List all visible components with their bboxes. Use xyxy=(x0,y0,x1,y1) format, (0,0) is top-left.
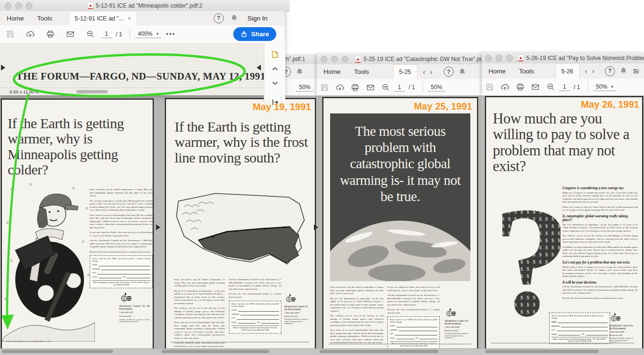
ad2-coupon: Please send me your FREE information pac… xyxy=(229,301,281,334)
ad2-scroll-thumb[interactable] xyxy=(162,350,269,353)
save-icon[interactable] xyxy=(5,30,15,39)
search-icon[interactable] xyxy=(546,82,555,92)
email-icon[interactable] xyxy=(530,82,540,92)
document-tab[interactable]: 5-12-91 ICE ad "... × xyxy=(69,11,137,26)
notifications-bell-icon[interactable] xyxy=(229,13,239,23)
ice-logo-funding: Funding provided by a group of electric … xyxy=(445,333,471,339)
window4-titlebar[interactable]: 5-26-19 ICE ad "Pay to Solve Nonexist Pr… xyxy=(482,52,644,64)
ad1-horizontal-scrollbar[interactable] xyxy=(0,348,159,355)
coupon-state-label: STATE xyxy=(92,276,97,279)
tab-home[interactable]: Home xyxy=(0,15,31,22)
window2-zoom-control[interactable]: 50% xyxy=(296,83,313,91)
help-icon[interactable]: ? xyxy=(605,66,615,76)
ad4-horizontal-scrollbar[interactable] xyxy=(482,348,644,355)
ad3-scroll-thumb[interactable] xyxy=(320,350,438,353)
zoom-traffic-light[interactable] xyxy=(342,56,348,62)
zoom-control[interactable]: 50% xyxy=(428,83,445,91)
document-tab[interactable]: 5-25 xyxy=(393,64,417,80)
open-panel-icon[interactable] xyxy=(270,97,280,107)
ad3-p1: Some forecasters say the Earth's tempera… xyxy=(330,286,384,295)
chevron-up-icon[interactable] xyxy=(270,64,280,73)
help-icon[interactable]: ? xyxy=(214,13,224,23)
document-tab[interactable]: 5-26 xyxy=(555,63,580,79)
tab-home[interactable]: Home xyxy=(317,68,347,75)
more-tools-icon[interactable]: ••• xyxy=(166,30,176,38)
search-icon[interactable] xyxy=(381,82,390,92)
ad4-ice-logo-block: Information Council for the Environment … xyxy=(609,313,636,344)
share-button[interactable]: Share xyxy=(233,27,276,41)
pdf-file-icon xyxy=(355,56,361,63)
nav-forward-icon[interactable]: › xyxy=(592,67,594,75)
coupon-mailto: Mail to: Information Council for the Env… xyxy=(231,325,279,332)
notifications-bell-icon[interactable] xyxy=(457,67,467,77)
tab-tools[interactable]: Tools xyxy=(31,15,59,22)
notifications-bell-icon[interactable] xyxy=(295,67,304,77)
window4-tabbar: Home Tools 5-26 ‹ › ? Si xyxy=(482,63,644,79)
help-icon[interactable]: ? xyxy=(444,67,454,77)
ad4-scroll-thumb[interactable] xyxy=(485,350,599,353)
notifications-bell-icon[interactable] xyxy=(619,66,628,76)
document-tab-label: 5-12-91 ICE ad "... xyxy=(75,15,124,22)
window4-toolbar: 1 / 1 50%▾ xyxy=(482,79,644,96)
minimize-traffic-light[interactable] xyxy=(496,55,502,61)
coupon-city-line xyxy=(97,272,150,274)
upload-cloud-icon[interactable] xyxy=(500,82,509,92)
ad3-p7: Because the best environmental policy is… xyxy=(387,308,440,314)
close-traffic-light[interactable] xyxy=(321,56,327,62)
ad4-coupon: Please send me your FREE information pac… xyxy=(549,313,610,344)
close-traffic-light[interactable] xyxy=(5,2,11,9)
minimize-traffic-light[interactable] xyxy=(331,56,338,62)
next-page-arrow[interactable] xyxy=(314,224,318,230)
next-page-arrow[interactable] xyxy=(257,65,261,71)
close-tab-icon[interactable]: × xyxy=(128,15,131,22)
print-icon[interactable] xyxy=(350,82,360,92)
upload-cloud-icon[interactable] xyxy=(335,82,344,92)
minimize-traffic-light[interactable] xyxy=(15,2,22,9)
ad2-horizontal-scrollbar[interactable] xyxy=(159,348,317,355)
sign-in-button[interactable]: Sign In xyxy=(248,15,268,22)
ad1-scroll-thumb[interactable] xyxy=(2,350,113,353)
email-icon[interactable] xyxy=(365,82,375,92)
nav-back-icon[interactable]: ‹ xyxy=(423,68,426,76)
window1-document-viewport: THE FORUM—FARGO, ND—SUNDAY, MAY 12, 1991 xyxy=(0,43,264,88)
sign-in-button[interactable]: Si xyxy=(633,68,639,75)
ice-logo-name: Information Council for the Environment xyxy=(445,319,471,325)
chevron-down-icon[interactable] xyxy=(270,78,280,88)
export-note-icon[interactable] xyxy=(270,50,280,59)
close-traffic-light[interactable] xyxy=(485,55,492,61)
zoom-control[interactable]: 50%▾ xyxy=(593,83,616,91)
save-icon[interactable] xyxy=(320,82,329,92)
zoom-traffic-light[interactable] xyxy=(506,55,513,61)
doc-panel-ad1: If the Earth is getting warmer, why is M… xyxy=(0,95,159,355)
share-icon xyxy=(240,30,248,38)
next-page-arrow[interactable] xyxy=(156,224,160,230)
nav-forward-icon[interactable]: › xyxy=(430,68,432,76)
tab-tools[interactable]: Tools xyxy=(512,68,541,75)
search-icon[interactable] xyxy=(85,30,95,39)
print-icon[interactable] xyxy=(515,82,525,92)
window3-titlebar[interactable]: 5-25-19 ICE ad "Catastrophic GW Not True… xyxy=(317,54,486,65)
page-number-input[interactable]: 1 xyxy=(101,30,112,38)
zoom-traffic-light[interactable] xyxy=(26,2,32,9)
nav-back-icon[interactable]: ‹ xyxy=(585,67,588,75)
window1-titlebar[interactable]: 5-12-91 ICE ad "Minneapolis colder".pdf:… xyxy=(0,0,290,11)
window2-titlebar[interactable]: h".pdf:1 xyxy=(284,54,319,65)
coupon-lead: Please send me your FREE information pac… xyxy=(551,314,608,319)
email-icon[interactable] xyxy=(65,30,75,39)
tab-home[interactable]: Home xyxy=(482,68,512,75)
window2-tabbar: ? xyxy=(284,64,317,80)
page-number-input[interactable]: 1 xyxy=(394,83,405,91)
zoom-control[interactable]: 400%▾ xyxy=(135,30,161,38)
window1-scroll-thumb[interactable] xyxy=(76,90,108,93)
save-icon[interactable] xyxy=(485,82,494,92)
coupon-city-label: CITY xyxy=(92,272,96,274)
ad1-caption: THE FORUM—FARGO, ND—SUNDAY, MAY 12, 1991 xyxy=(6,341,51,343)
tab-tools[interactable]: Tools xyxy=(347,68,376,75)
coupon-address-line xyxy=(101,268,150,270)
ad3-horizontal-scrollbar[interactable] xyxy=(317,348,482,355)
prev-page-arrow[interactable] xyxy=(1,65,5,71)
coupon-state-line xyxy=(558,333,580,335)
page-number-input[interactable]: 1 xyxy=(559,83,570,91)
print-icon[interactable] xyxy=(45,30,55,39)
upload-cloud-icon[interactable] xyxy=(25,30,35,39)
